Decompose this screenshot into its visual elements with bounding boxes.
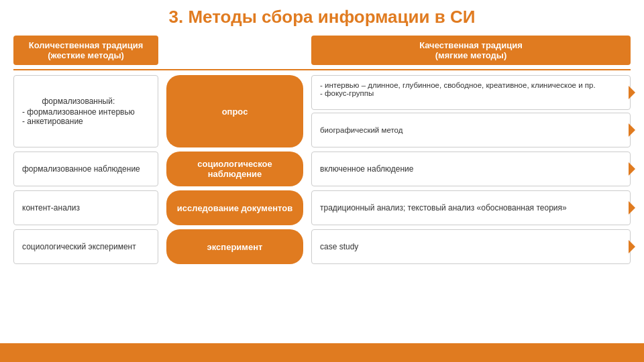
- row3-middle-cell: исследование документов: [166, 190, 303, 225]
- arrow-icon: [629, 123, 635, 137]
- row1-left-cell: формализованный: - формализованное интер…: [13, 75, 158, 147]
- page-title: 3. Методы сбора информации в СИ: [13, 7, 631, 27]
- row3-left-cell: контент-анализ: [13, 190, 158, 225]
- arrow-icon: [629, 240, 635, 253]
- divider: [13, 69, 631, 70]
- row1-right-top-cell: - интервью – длинное, глубинное, свободн…: [311, 75, 631, 110]
- header-middle: [161, 36, 309, 69]
- arrow-icon: [629, 162, 635, 176]
- row2-right-cell: включенное наблюдение: [311, 152, 631, 186]
- row4-right-cell: case study: [311, 229, 631, 264]
- row1-middle-cell: опрос: [166, 75, 303, 147]
- row3-right-cell: традиционный анализ; текстовый анализ «о…: [311, 190, 631, 225]
- row2-middle-cell: социологическоенаблюдение: [166, 152, 303, 186]
- row4-left-cell: социологический эксперимент: [13, 229, 158, 264]
- row2-left-cell: формализованное наблюдение: [13, 152, 158, 186]
- arrow-icon: [629, 201, 635, 215]
- row1-right-bottom-cell: биографический метод: [311, 113, 631, 147]
- header-right: Качественная традиция(мягкие методы): [311, 36, 631, 65]
- row4-middle-cell: эксперимент: [166, 229, 303, 264]
- arrow-icon: [629, 86, 635, 99]
- bottom-bar: [0, 343, 644, 362]
- header-left: Количественная традиция(жесткие методы): [13, 36, 158, 65]
